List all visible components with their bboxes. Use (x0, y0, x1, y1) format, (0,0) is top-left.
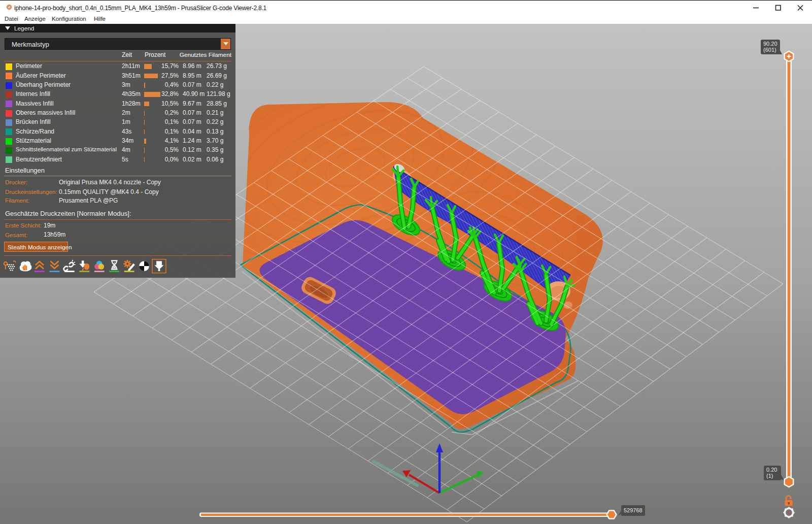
svg-text:0.20: 0.20 (766, 467, 777, 473)
svg-text:(601): (601) (763, 47, 776, 53)
svg-text:529768: 529768 (624, 507, 642, 513)
svg-text:90.20: 90.20 (763, 41, 777, 47)
svg-text:(1): (1) (766, 473, 773, 479)
